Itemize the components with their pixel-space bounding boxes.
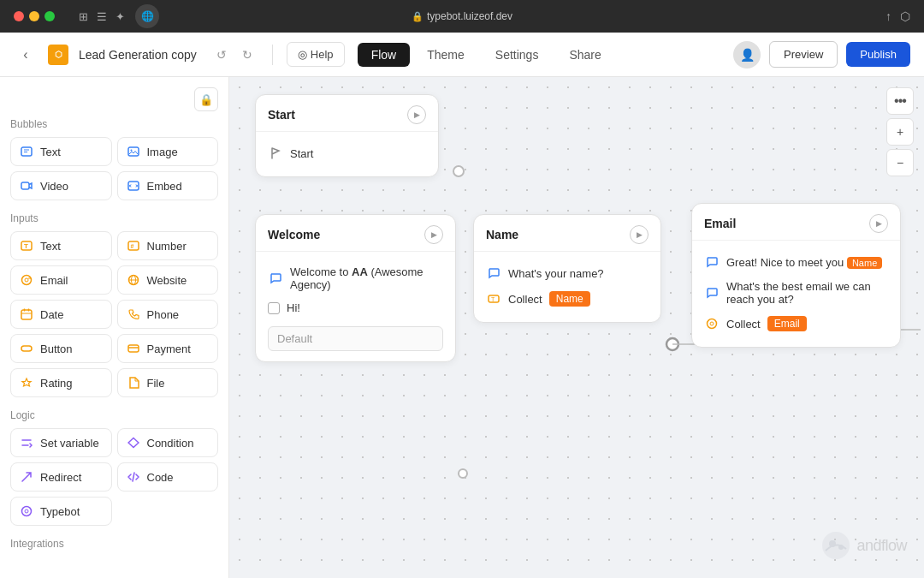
zoom-out-button[interactable]: − [886, 149, 914, 176]
canvas-more-button[interactable]: ••• [886, 87, 914, 115]
tab-theme[interactable]: Theme [413, 43, 478, 67]
nav-tabs: Flow Theme Settings Share [358, 43, 615, 67]
sidebar-label-number: Number [147, 240, 187, 253]
minimize-button[interactable] [29, 11, 39, 21]
sidebar-item-set-variable[interactable]: Set variable [10, 428, 112, 457]
welcome-card-header: Welcome ▶ [256, 215, 455, 252]
name-card-header: Name ▶ [474, 215, 660, 252]
typebot-icon [20, 504, 33, 518]
start-card-play-button[interactable]: ▶ [407, 105, 426, 124]
start-card: Start ▶ Start [255, 94, 439, 177]
tab-settings[interactable]: Settings [482, 43, 553, 67]
help-label: Help [311, 48, 334, 61]
svg-point-36 [708, 319, 717, 329]
welcome-card-play-button[interactable]: ▶ [424, 225, 443, 244]
tab-share[interactable]: Share [555, 43, 614, 67]
sidebar-item-date[interactable]: Date [10, 300, 112, 329]
email-bubble-item-2: What's the best email we can reach you a… [704, 275, 888, 311]
sidebar-item-text-input[interactable]: T Text [10, 231, 112, 260]
svg-rect-17 [21, 310, 32, 319]
email-card-play-button[interactable]: ▶ [869, 214, 888, 233]
number-icon: # [127, 239, 140, 253]
sidebar-item-typebot[interactable]: Typebot [10, 497, 112, 526]
avatar-button[interactable]: 👤 [733, 41, 761, 69]
condition-icon [127, 436, 140, 450]
redirect-icon [20, 470, 33, 484]
sidebar-item-website[interactable]: Website [117, 265, 219, 295]
help-icon: ◎ [298, 48, 307, 61]
bubble-icon-1 [268, 271, 283, 286]
rating-icon [20, 376, 33, 390]
sidebar-item-phone[interactable]: Phone [117, 300, 219, 329]
sidebar-item-email[interactable]: Email [10, 265, 112, 295]
welcome-default-input[interactable]: Default [268, 326, 443, 351]
sidebar-item-image[interactable]: Image [117, 137, 219, 166]
appbar-right: 👤 Preview Publish [733, 41, 910, 69]
sidebar-label-set-variable: Set variable [40, 437, 99, 450]
email-card-body: Great! Nice to meet you Name What's the … [692, 241, 900, 347]
bubble-icon-4 [704, 285, 720, 301]
sidebar-label-email: Email [40, 274, 68, 287]
project-name: Lead Generation copy [79, 48, 197, 62]
watermark-icon [820, 530, 851, 561]
sidebar-item-rating[interactable]: Rating [10, 368, 112, 397]
welcome-bubble-item: Welcome to AA (Awesome Agency) [268, 260, 443, 296]
history-buttons: ↺ ↻ [210, 44, 258, 66]
welcome-card-body: Welcome to AA (Awesome Agency) Hi! Defau… [256, 252, 455, 361]
sidebar-label-website: Website [147, 274, 187, 287]
svg-point-24 [22, 507, 32, 516]
sidebar-item-number[interactable]: # Number [117, 231, 219, 260]
email-bubble-text-2: What's the best email we can reach you a… [726, 280, 888, 306]
sidebar-item-code[interactable]: Code [117, 462, 219, 492]
sidebar-item-payment[interactable]: Payment [117, 334, 219, 363]
tab-flow[interactable]: Flow [358, 43, 411, 67]
sidebar-item-embed[interactable]: Embed [117, 171, 219, 200]
canvas-controls: ••• + − [886, 87, 914, 176]
sidebar-item-video[interactable]: Video [10, 171, 112, 200]
email-collect-icon [704, 316, 720, 331]
email-collect-text: Collect [726, 318, 761, 331]
email-card-header: Email ▶ [692, 204, 900, 241]
sidebar-label-embed: Embed [147, 180, 182, 193]
phone-icon [127, 307, 140, 321]
svg-point-26 [453, 166, 464, 176]
text-input-icon-2: T [486, 291, 501, 307]
sidebar-label-date: Date [40, 308, 63, 321]
bubbles-section-title: Bubbles [10, 118, 218, 130]
ellipsis-icon: ••• [894, 93, 906, 109]
sidebar-item-file[interactable]: File [117, 368, 219, 397]
close-button[interactable] [14, 11, 24, 21]
text-bubble-icon [20, 145, 33, 158]
sidebar-label-typebot: Typebot [40, 505, 80, 518]
publish-button[interactable]: Publish [846, 42, 910, 67]
zoom-in-button[interactable]: + [886, 118, 914, 146]
browser-icon: 🌐 [135, 4, 159, 28]
sidebar: 🔒 Bubbles Text [0, 77, 229, 578]
sidebar-item-text-bubble[interactable]: Text [10, 137, 112, 166]
start-card-body: Start [256, 132, 438, 176]
logic-grid: Set variable Condition Redirect [10, 428, 218, 526]
checkbox-icon [268, 302, 280, 314]
svg-point-11 [22, 276, 32, 285]
help-button[interactable]: ◎ Help [287, 42, 345, 67]
svg-text:T: T [491, 296, 495, 302]
sidebar-item-condition[interactable]: Condition [117, 428, 219, 457]
sidebar-label-button: Button [40, 343, 73, 355]
main-layout: 🔒 Bubbles Text [0, 77, 924, 578]
back-button[interactable]: ‹ [14, 43, 38, 67]
email-bubble-item-1: Great! Nice to meet you Name [704, 249, 888, 275]
preview-button[interactable]: Preview [769, 41, 838, 68]
maximize-button[interactable] [44, 11, 55, 21]
url-bar: 🔒 typebot.luizeof.dev [412, 10, 512, 22]
redo-button[interactable]: ↻ [236, 44, 258, 66]
svg-point-4 [130, 150, 132, 152]
sidebar-item-button[interactable]: Button [10, 334, 112, 363]
sidebar-item-redirect[interactable]: Redirect [10, 462, 112, 492]
name-card-title: Name [486, 228, 518, 241]
lock-sidebar-button[interactable]: 🔒 [194, 87, 218, 111]
name-card-body: What's your name? T Collect Name [474, 252, 660, 322]
undo-button[interactable]: ↺ [210, 44, 233, 66]
set-variable-icon [20, 436, 33, 450]
sidebar-label-condition: Condition [147, 437, 194, 450]
name-card-play-button[interactable]: ▶ [630, 225, 649, 244]
